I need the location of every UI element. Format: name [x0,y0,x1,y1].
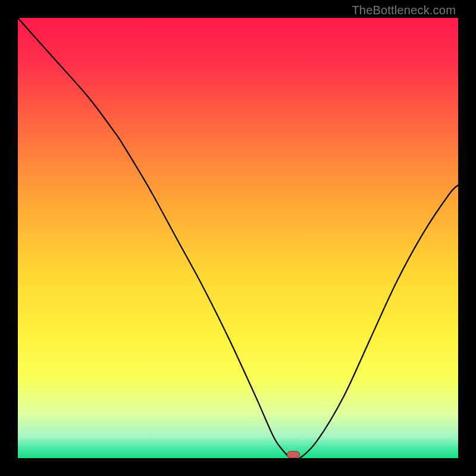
plot-area [18,18,458,458]
optimal-point-marker [287,451,300,458]
watermark-text: TheBottleneck.com [352,4,456,17]
bottleneck-curve [18,18,458,458]
chart-frame: TheBottleneck.com [0,0,476,476]
